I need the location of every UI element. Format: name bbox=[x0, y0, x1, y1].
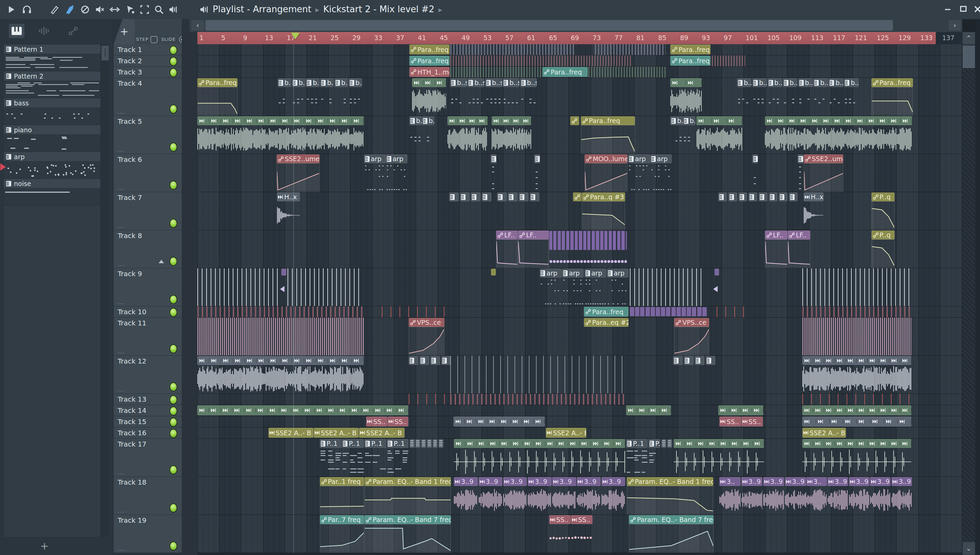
pattern-clip-header[interactable]: b..s bbox=[349, 78, 362, 87]
audio-clip-segment[interactable] bbox=[857, 441, 868, 446]
tick-clip[interactable] bbox=[802, 394, 911, 405]
audio-clip-segment[interactable] bbox=[857, 408, 868, 413]
audio-clip-segment[interactable] bbox=[660, 408, 671, 413]
track-menu-dots[interactable]: ... bbox=[118, 469, 125, 476]
audio-clip-segment[interactable] bbox=[879, 441, 890, 446]
marker-tool-icon[interactable] bbox=[125, 5, 135, 14]
pattern-mini-clip[interactable] bbox=[684, 356, 694, 365]
headphones-icon[interactable] bbox=[22, 5, 32, 14]
audio-clip-segment[interactable] bbox=[304, 358, 316, 363]
clip[interactable] bbox=[497, 192, 507, 230]
audio-clip-segment[interactable] bbox=[476, 419, 488, 424]
automation-clip-header[interactable]: HTH_1..me bbox=[410, 67, 450, 77]
audio-clip-segment[interactable] bbox=[890, 441, 900, 446]
clip[interactable]: SSE2 A..- B bbox=[268, 427, 313, 438]
pattern-clip-header[interactable]: P..1 bbox=[365, 439, 386, 448]
stem-lines-clip[interactable] bbox=[198, 268, 281, 306]
zoom-tool-icon[interactable] bbox=[154, 5, 164, 14]
pattern-clip-header[interactable]: P..1 bbox=[320, 439, 341, 448]
tick-clip[interactable] bbox=[717, 306, 746, 317]
pattern-clip-header[interactable]: b.. bbox=[683, 116, 695, 125]
track-row[interactable]: HTH_1..mePara..freq bbox=[198, 67, 962, 78]
audio-clip-header[interactable]: H..x bbox=[277, 192, 299, 201]
audio-clip-segment[interactable] bbox=[352, 358, 364, 363]
pattern-preview[interactable] bbox=[4, 162, 100, 178]
clip[interactable]: 3..9 bbox=[503, 477, 527, 515]
pattern-mini-clip[interactable] bbox=[729, 192, 737, 201]
automation-clip-header[interactable]: MOO..lume bbox=[585, 154, 628, 163]
automation-clip-header[interactable]: Para..freq bbox=[581, 116, 635, 125]
clip[interactable]: VPS..ce bbox=[409, 318, 444, 355]
track-menu-dots[interactable]: ... bbox=[118, 184, 125, 191]
automation-clip-header[interactable]: Param. EQ..- Band 7 freq bbox=[629, 515, 713, 524]
mini-clip-header[interactable] bbox=[281, 269, 286, 276]
clip[interactable]: Para..freq bbox=[410, 55, 450, 66]
audio-clip-segment[interactable] bbox=[447, 118, 457, 124]
track-header[interactable]: Track 14 bbox=[114, 405, 182, 416]
audio-clip-segment[interactable] bbox=[256, 408, 267, 413]
step-checkbox[interactable] bbox=[150, 36, 157, 43]
pattern-mini-clip[interactable] bbox=[739, 192, 747, 201]
clip[interactable] bbox=[427, 439, 432, 476]
audio-clip-header[interactable]: SS.. bbox=[571, 515, 593, 524]
collapse-arrow-icon[interactable] bbox=[159, 260, 164, 263]
pattern-clip-header[interactable]: b..s bbox=[468, 78, 484, 87]
clip[interactable] bbox=[198, 356, 364, 393]
clip[interactable]: P..q bbox=[871, 230, 895, 268]
clip[interactable]: 3..9 bbox=[785, 477, 806, 515]
clip[interactable] bbox=[433, 439, 438, 476]
audio-clip-segment[interactable] bbox=[340, 118, 352, 124]
automation-clip-header[interactable]: Para..freq bbox=[670, 45, 710, 55]
clip[interactable]: b.. bbox=[737, 78, 751, 115]
pattern-mini-clip[interactable] bbox=[431, 356, 440, 365]
scrollbar-thumb[interactable] bbox=[206, 20, 893, 30]
clip[interactable]: 3..9 bbox=[454, 477, 478, 515]
audio-clip-segment[interactable] bbox=[221, 408, 232, 413]
pattern-clip-header[interactable]: b..s bbox=[813, 78, 827, 87]
audio-clip-segment[interactable] bbox=[523, 441, 534, 446]
pattern-clip-header[interactable]: b..s bbox=[485, 78, 502, 87]
track-header[interactable]: Track 7... bbox=[114, 192, 182, 230]
pattern-mini-clip[interactable] bbox=[491, 154, 496, 163]
pattern-mini-clip[interactable] bbox=[530, 192, 539, 201]
audio-clip-segment[interactable] bbox=[813, 441, 824, 446]
audio-clip-segment[interactable] bbox=[765, 118, 776, 124]
audio-clip-segment[interactable] bbox=[545, 441, 557, 446]
audio-clip-header[interactable]: 3..9 bbox=[479, 477, 503, 486]
pattern-mini-clip[interactable] bbox=[449, 192, 459, 201]
audio-clip-segment[interactable] bbox=[340, 358, 352, 363]
clip[interactable]: SSE2 A..- B bbox=[359, 427, 405, 438]
playhead-marker[interactable] bbox=[291, 33, 300, 39]
audio-clip-segment[interactable] bbox=[846, 408, 857, 413]
pattern-preview[interactable] bbox=[4, 108, 100, 125]
clip[interactable]: Param. EQ..- Band 1 freq bbox=[627, 477, 713, 515]
clip[interactable]: Para..q #3 bbox=[582, 192, 625, 230]
audio-clip-header[interactable] bbox=[492, 116, 531, 125]
clip[interactable] bbox=[482, 192, 492, 230]
paint-tool-icon[interactable] bbox=[65, 5, 75, 14]
pattern-clip-header[interactable]: b..s bbox=[670, 116, 683, 125]
pattern-mini-clip[interactable] bbox=[759, 192, 767, 201]
track-led[interactable] bbox=[169, 465, 178, 475]
audio-clip-segment[interactable] bbox=[802, 408, 813, 413]
clip[interactable]: Param. EQ..- Band 7 freq bbox=[629, 515, 713, 553]
pattern-mini-clip[interactable] bbox=[534, 154, 540, 163]
clip[interactable]: arp bbox=[386, 154, 407, 192]
clip[interactable]: b..s bbox=[349, 78, 362, 115]
clip[interactable] bbox=[449, 192, 459, 230]
audio-clip-segment[interactable] bbox=[233, 358, 245, 363]
audio-clip-segment[interactable] bbox=[718, 408, 729, 413]
clip[interactable]: VPS..ce bbox=[674, 318, 709, 355]
audio-clip-segment[interactable] bbox=[727, 118, 742, 124]
audio-clip-segment[interactable] bbox=[776, 118, 787, 124]
clip[interactable]: b..s bbox=[844, 78, 858, 115]
pattern-mini-clip[interactable] bbox=[419, 356, 429, 365]
audio-clip-segment[interactable] bbox=[843, 419, 857, 424]
clip[interactable]: Para..freq bbox=[670, 55, 710, 66]
clip[interactable]: b..s bbox=[768, 78, 782, 115]
audio-clip-header[interactable] bbox=[697, 116, 742, 125]
pattern-mini-clip[interactable] bbox=[421, 439, 426, 448]
clip[interactable] bbox=[759, 192, 767, 230]
clip[interactable]: P..1 bbox=[365, 439, 386, 476]
clip[interactable] bbox=[454, 416, 545, 427]
